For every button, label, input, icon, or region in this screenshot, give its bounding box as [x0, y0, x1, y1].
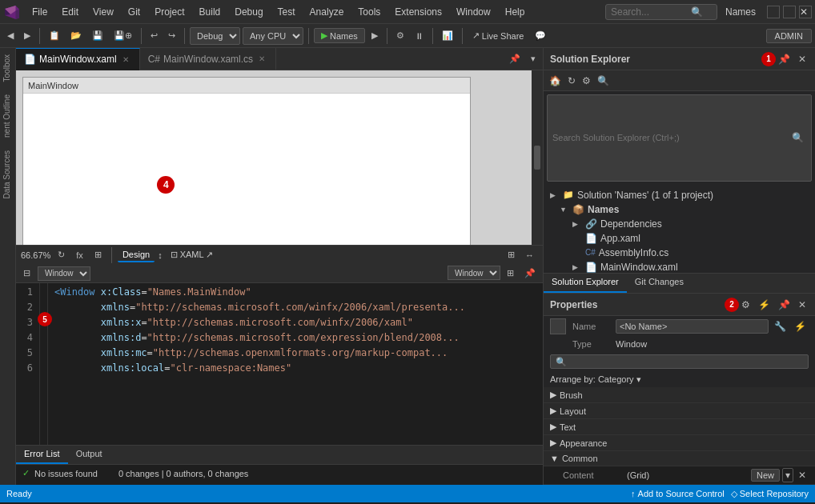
tab-pin-btn[interactable]: 📌 [505, 51, 524, 66]
se-close-btn[interactable]: ✕ [796, 52, 809, 66]
arrange-by-btn[interactable]: Arrange by: Category ▾ [544, 372, 815, 387]
tab-close-cs[interactable]: ✕ [256, 54, 267, 65]
close-btn[interactable]: ✕ [799, 6, 812, 18]
design-tab-btn[interactable]: Design [118, 248, 155, 262]
props-close-btn[interactable]: ✕ [796, 298, 809, 312]
props-search-input[interactable] [550, 354, 809, 369]
select-repo-btn[interactable]: ◇ Select Repository [731, 489, 809, 499]
content-extra-btn[interactable]: ✕ [796, 468, 809, 482]
menu-search-input[interactable] [611, 6, 691, 18]
tab-error-list[interactable]: Error List [16, 446, 68, 464]
cat-layout[interactable]: ▶ Layout [544, 403, 815, 419]
zoom-refresh-btn[interactable]: ↻ [54, 247, 69, 262]
member-dropdown[interactable]: Window [448, 266, 500, 280]
menu-analyze[interactable]: Analyze [303, 5, 351, 19]
menu-debug[interactable]: Debug [228, 5, 269, 19]
designer-tb2[interactable]: ↔ [521, 247, 538, 262]
se-refresh-btn[interactable]: ↻ [565, 74, 578, 88]
cat-text[interactable]: ▶ Text [544, 419, 815, 435]
open-file-btn[interactable]: 📂 [66, 28, 86, 43]
run-button[interactable]: ▶ Names [314, 28, 365, 43]
menu-git[interactable]: Git [122, 5, 147, 19]
code-pin-btn[interactable]: 📌 [520, 266, 540, 281]
zoom-grid-btn[interactable]: ⊞ [90, 247, 106, 262]
props-wrench-btn[interactable]: 🔧 [772, 319, 789, 334]
props-lightning-btn[interactable]: ⚡ [792, 319, 809, 334]
cat-common[interactable]: ▼ Common [544, 451, 815, 466]
tab-more-btn[interactable]: ▾ [527, 51, 540, 66]
tab-solution-explorer[interactable]: Solution Explorer [544, 274, 627, 293]
attach-btn[interactable]: ⚙ [392, 28, 408, 43]
cat-appearance[interactable]: ▶ Appearance [544, 435, 815, 451]
se-search-box[interactable]: 🔍 [547, 94, 812, 182]
tree-solution[interactable]: ▶ 📁 Solution 'Names' (1 of 1 project) [544, 188, 815, 202]
props-name-input[interactable] [616, 319, 769, 334]
forward-btn[interactable]: ▶ [20, 28, 34, 43]
menu-build[interactable]: Build [193, 5, 227, 19]
sidebar-item-datasources[interactable]: Data Sources [0, 144, 15, 206]
breakpoint-btn[interactable]: ⏸ [411, 29, 428, 43]
tab-git-changes[interactable]: Git Changes [627, 274, 692, 293]
admin-button[interactable]: ADMIN [766, 29, 812, 43]
designer-scrollbar-thumb[interactable] [534, 146, 540, 170]
platform-dropdown[interactable]: Any CPU [243, 27, 303, 45]
tree-project[interactable]: ▼ 📦 Names [544, 202, 815, 217]
content-dropdown-btn[interactable]: ▾ [782, 468, 793, 482]
menu-extensions[interactable]: Extensions [388, 5, 448, 19]
toggle-arrows[interactable]: ↕ [158, 250, 163, 260]
designer-tb1[interactable]: ⊞ [504, 247, 519, 262]
se-settings-btn[interactable]: ⚙ [580, 74, 593, 88]
code-expand-btn[interactable]: ⊞ [503, 266, 518, 281]
menu-project[interactable]: Project [148, 5, 191, 19]
sidebar-item-toolbox[interactable]: Toolbox [0, 48, 15, 88]
redo-btn[interactable]: ↪ [164, 28, 179, 43]
live-share-btn[interactable]: ↗ Live Share [468, 29, 529, 42]
menu-search-box[interactable]: 🔍 [605, 4, 717, 20]
props-pin-btn[interactable]: 📌 [776, 298, 793, 312]
tree-assemblyinfo[interactable]: ▶ C# AssemblyInfo.cs [544, 246, 815, 260]
menu-window[interactable]: Window [450, 5, 497, 19]
tab-mainwindow-cs[interactable]: C# MainWindow.xaml.cs ✕ [140, 48, 276, 70]
se-search-icon[interactable]: 🔍 [789, 130, 806, 145]
sidebar-item-outline[interactable]: nent Outline [0, 88, 15, 144]
minimize-btn[interactable] [767, 6, 780, 18]
save-btn[interactable]: 💾 [88, 28, 107, 43]
designer-scrollbar[interactable] [532, 70, 543, 245]
perf-btn[interactable]: 📊 [438, 28, 457, 43]
add-to-source-btn[interactable]: ↑ Add to Source Control [631, 489, 725, 498]
tab-output[interactable]: Output [68, 446, 110, 464]
se-pin-btn[interactable]: 📌 [776, 52, 793, 66]
menu-help[interactable]: Help [499, 5, 532, 19]
tab-mainwindow-xaml[interactable]: 📄 MainWindow.xaml ✕ [16, 48, 140, 70]
menu-view[interactable]: View [86, 5, 120, 19]
save-all-btn[interactable]: 💾⊕ [110, 28, 136, 43]
se-filter-btn[interactable]: 🔍 [595, 74, 612, 88]
xaml-tab-btn[interactable]: ⊡ XAML ↗ [166, 248, 219, 262]
new-project-btn[interactable]: 📋 [45, 28, 64, 43]
back-btn[interactable]: ◀ [3, 28, 18, 43]
run-instance-btn[interactable]: ▶ [367, 28, 382, 43]
props-event-btn[interactable]: ⚡ [756, 298, 773, 312]
menu-edit[interactable]: Edit [55, 5, 85, 19]
menu-file[interactable]: File [26, 5, 54, 19]
scope-dropdown[interactable]: Window [38, 266, 90, 281]
menu-test[interactable]: Test [271, 5, 302, 19]
zoom-formula-btn[interactable]: fx [72, 248, 87, 262]
debug-config-dropdown[interactable]: Debug [190, 27, 240, 45]
menu-tools[interactable]: Tools [351, 5, 387, 19]
tab-close-xaml[interactable]: ✕ [120, 54, 131, 65]
props-checkbox[interactable] [550, 318, 566, 334]
tree-mainwindow[interactable]: ▶ 📄 MainWindow.xaml [544, 260, 815, 274]
feedback-btn[interactable]: 💬 [531, 28, 550, 43]
undo-btn[interactable]: ↩ [147, 28, 162, 43]
maximize-btn[interactable] [783, 6, 796, 18]
content-new-btn[interactable]: New [751, 469, 780, 482]
tree-appxaml[interactable]: ▶ 📄 App.xaml [544, 231, 815, 246]
code-editor[interactable]: <Window x:Class="Names.MainWindow" xmlns… [48, 283, 543, 445]
se-search-input[interactable] [552, 133, 789, 142]
code-collapse-btn[interactable]: ⊟ [19, 266, 34, 281]
se-sync-btn[interactable]: 🏠 [547, 74, 564, 88]
tree-dependencies[interactable]: ▶ 🔗 Dependencies [544, 217, 815, 231]
cat-brush[interactable]: ▶ Brush [544, 387, 815, 403]
props-tools-btn[interactable]: ⚙ [739, 298, 753, 312]
